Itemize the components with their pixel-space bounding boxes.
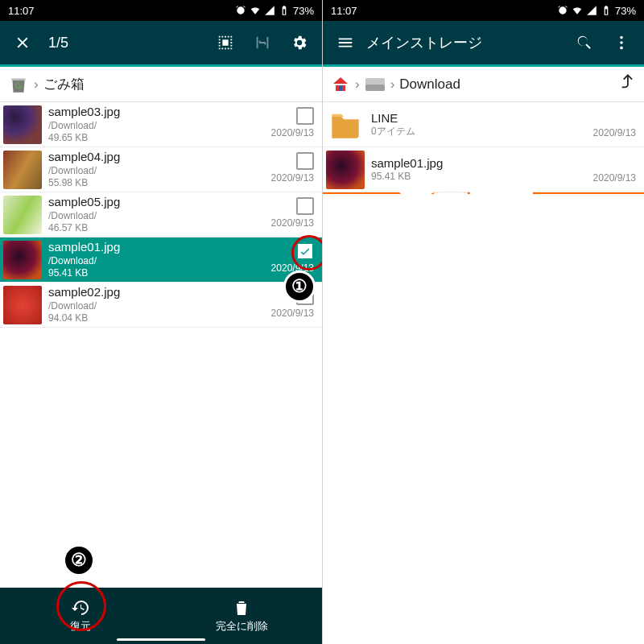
file-info: sample02.jpg /Download/ 94.04 KB <box>48 285 271 324</box>
select-all-icon <box>217 34 234 52</box>
select-range-icon <box>254 34 271 52</box>
appbar-title: メインストレージ <box>366 33 564 52</box>
select-all-button[interactable] <box>209 27 242 59</box>
recycle-bin-icon[interactable] <box>8 74 29 95</box>
overflow-button[interactable] <box>605 27 638 59</box>
highlight-underline <box>323 192 644 194</box>
annotation-number-2: ② <box>63 544 95 576</box>
gear-icon <box>291 34 308 52</box>
nav-handle[interactable] <box>117 638 205 641</box>
file-row[interactable]: sample01.jpg /Download/ 95.41 KB 2020/9/… <box>0 237 322 283</box>
status-icons: 73% <box>235 5 314 17</box>
file-path: /Download/ <box>48 210 271 222</box>
file-date: 2020/9/13 <box>271 262 314 277</box>
clock: 11:07 <box>331 5 357 17</box>
signal-icon <box>586 5 597 16</box>
up-button[interactable] <box>618 73 636 95</box>
file-size: 46.57 KB <box>48 222 271 234</box>
storage-icon[interactable] <box>365 76 386 93</box>
file-row[interactable]: sample04.jpg /Download/ 55.98 KB 2020/9/… <box>0 147 322 192</box>
file-path: /Download/ <box>48 120 271 132</box>
file-row[interactable]: sample01.jpg 95.41 KB 2020/9/13 <box>323 147 644 192</box>
hamburger-icon <box>336 34 354 52</box>
trash-file-list: sample03.jpg /Download/ 49.65 KB 2020/9/… <box>0 102 322 328</box>
file-meta: 95.41 KB <box>371 171 593 183</box>
search-icon <box>576 34 593 52</box>
restore-icon <box>71 598 90 617</box>
clock: 11:07 <box>8 5 35 17</box>
file-date: 2020/9/13 <box>271 308 314 322</box>
folder-row[interactable]: LINE 0アイテム 2020/9/13 <box>323 102 644 147</box>
settings-button[interactable] <box>283 27 316 59</box>
file-date: 2020/9/13 <box>271 217 314 232</box>
thumbnail <box>3 151 42 189</box>
wifi-icon <box>572 5 583 16</box>
thumbnail <box>3 196 42 234</box>
file-row[interactable]: sample05.jpg /Download/ 46.57 KB 2020/9/… <box>0 192 322 237</box>
file-info: sample01.jpg 95.41 KB <box>371 156 593 184</box>
wifi-icon <box>250 5 261 16</box>
checkbox[interactable] <box>296 242 314 260</box>
file-name: sample03.jpg <box>48 105 271 120</box>
select-range-button[interactable] <box>246 27 279 59</box>
battery-icon <box>279 5 290 16</box>
battery-text: 73% <box>615 5 636 17</box>
search-button[interactable] <box>568 27 601 59</box>
checkbox[interactable] <box>296 287 314 305</box>
battery-text: 73% <box>293 5 314 17</box>
file-name: LINE <box>371 111 593 126</box>
close-selection-button[interactable] <box>6 27 39 59</box>
main-toolbar: メインストレージ <box>323 21 644 64</box>
file-size: 55.98 KB <box>48 177 271 189</box>
thumbnail <box>3 286 42 324</box>
svg-rect-3 <box>365 85 385 91</box>
thumbnail <box>3 105 42 144</box>
restore-label: 復元 <box>70 619 91 634</box>
home-icon[interactable] <box>331 75 350 94</box>
breadcrumb-label[interactable]: ごみ箱 <box>43 75 85 93</box>
file-path: /Download/ <box>48 300 271 312</box>
alarm-icon <box>235 5 246 16</box>
breadcrumb-label[interactable]: Download <box>399 76 460 93</box>
action-bar: 復元 完全に削除 <box>0 588 322 644</box>
signal-icon <box>264 5 275 16</box>
file-date: 2020/9/13 <box>271 172 314 187</box>
status-bar: 11:07 73% <box>323 0 644 21</box>
file-info: sample03.jpg /Download/ 49.65 KB <box>48 105 271 144</box>
file-info: sample01.jpg /Download/ 95.41 KB <box>48 240 271 279</box>
status-icons: 73% <box>557 5 636 17</box>
folder-icon <box>328 107 363 142</box>
battery-icon <box>601 5 612 16</box>
selection-toolbar: 1/5 <box>0 21 322 64</box>
file-path: /Download/ <box>48 165 271 177</box>
file-size: 95.41 KB <box>48 267 271 279</box>
checkbox[interactable] <box>296 107 314 125</box>
file-name: sample02.jpg <box>48 285 271 300</box>
more-vert-icon <box>613 34 630 52</box>
checkbox[interactable] <box>296 152 314 170</box>
file-date: 2020/9/13 <box>593 172 636 187</box>
file-name: sample01.jpg <box>48 240 271 255</box>
close-icon <box>14 34 31 52</box>
svg-rect-0 <box>339 85 342 91</box>
alarm-icon <box>557 5 568 16</box>
file-row[interactable]: sample02.jpg /Download/ 94.04 KB 2020/9/… <box>0 283 322 328</box>
file-name: sample04.jpg <box>48 150 271 165</box>
file-info: sample04.jpg /Download/ 55.98 KB <box>48 150 271 189</box>
file-info: sample05.jpg /Download/ 46.57 KB <box>48 195 271 234</box>
status-bar: 11:07 73% <box>0 0 322 21</box>
file-date: 2020/9/13 <box>593 127 636 142</box>
restore-button[interactable]: 復元 <box>0 588 161 644</box>
thumbnail <box>326 151 365 189</box>
file-meta: 0アイテム <box>371 126 593 138</box>
checkbox[interactable] <box>296 197 314 215</box>
storage-pane: 11:07 73% メインストレージ <box>322 0 644 644</box>
svg-rect-1 <box>336 84 345 85</box>
file-path: /Download/ <box>48 255 271 267</box>
file-row[interactable]: sample03.jpg /Download/ 49.65 KB 2020/9/… <box>0 102 322 147</box>
trash-pane: 11:07 73% 1/5 <box>0 0 322 644</box>
file-size: 49.65 KB <box>48 132 271 144</box>
delete-forever-button[interactable]: 完全に削除 <box>161 588 322 644</box>
chevron-right-icon: › <box>390 76 395 93</box>
menu-button[interactable] <box>329 27 361 59</box>
